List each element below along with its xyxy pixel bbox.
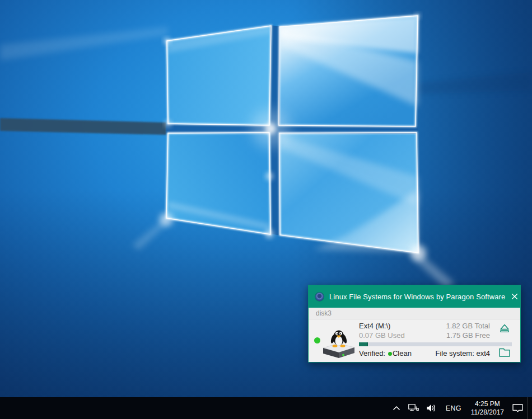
volume-icon[interactable]	[423, 397, 441, 419]
notification-body: disk3	[309, 308, 520, 362]
network-icon[interactable]	[404, 397, 423, 419]
eject-icon[interactable]	[498, 323, 511, 335]
drive-status-dot	[314, 337, 320, 343]
drive-free: 1.75 GB Free	[446, 331, 490, 340]
notification-titlebar: Linux File Systems for Windows by Parago…	[309, 285, 520, 308]
drive-row: Ext4 (M:\) 0.07 GB Used 1.82 GB Total 1.…	[309, 320, 520, 362]
drive-usage-bar	[359, 342, 512, 346]
clock-date: 11/28/2017	[471, 408, 504, 417]
show-desktop-button[interactable]	[527, 397, 532, 419]
close-icon[interactable]	[511, 292, 519, 301]
clean-status-dot	[388, 352, 392, 356]
system-tray: ENG 4:25 PM 11/28/2017	[389, 397, 532, 419]
drive-used: 0.07 GB Used	[359, 331, 405, 340]
drive-usage-fill	[359, 342, 368, 346]
hard-drive-tux-icon	[321, 323, 357, 359]
action-center-icon[interactable]	[508, 397, 527, 419]
verified-label: Verified:	[359, 349, 385, 357]
desktop: Linux File Systems for Windows by Parago…	[0, 0, 532, 419]
paragon-logo-icon	[315, 293, 324, 301]
clock[interactable]: 4:25 PM 11/28/2017	[466, 397, 508, 419]
chevron-up-icon[interactable]	[389, 397, 404, 419]
clock-time: 4:25 PM	[475, 400, 500, 408]
language-indicator[interactable]: ENG	[441, 397, 466, 419]
taskbar: ENG 4:25 PM 11/28/2017	[0, 397, 532, 419]
drive-name: Ext4 (M:\)	[359, 322, 390, 330]
disk-group-label: disk3	[309, 308, 520, 319]
clean-label: Clean	[393, 349, 412, 357]
filesystem-label: File system: ext4	[435, 349, 490, 357]
verified-status: Verified:Clean	[359, 349, 412, 357]
notification-title: Linux File Systems for Windows by Parago…	[329, 293, 505, 301]
paragon-notification-window: Linux File Systems for Windows by Parago…	[308, 285, 521, 362]
drive-total: 1.82 GB Total	[446, 322, 490, 330]
folder-icon[interactable]	[498, 346, 511, 359]
